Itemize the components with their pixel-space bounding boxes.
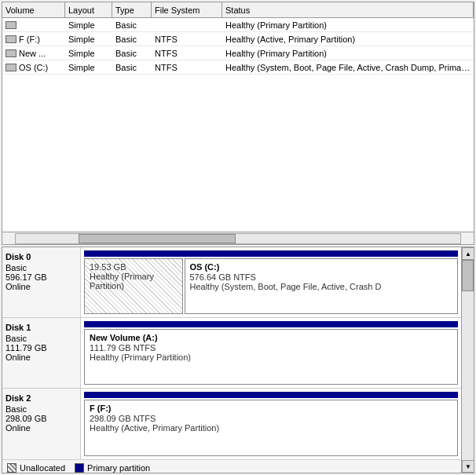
table-row[interactable]: New ... Simple Basic NTFS Healthy (Prima… [2,46,474,60]
disk-map: Disk 0 Basic 596.17 GB Online 19.53 GB H… [2,247,474,473]
cell-layout-0: Simple [65,20,112,31]
disk-size-1: 111.79 GB [5,343,77,353]
disk-content: Disk 0 Basic 596.17 GB Online 19.53 GB H… [2,247,461,473]
legend-icon-primary [75,463,84,473]
disk-bar-2 [84,392,458,398]
disk-list: Disk 0 Basic 596.17 GB Online 19.53 GB H… [2,247,461,459]
disk-status-0: Online [5,282,77,291]
cell-volume-0 [2,20,65,30]
cell-status-3: Healthy (System, Boot, Page File, Active… [222,62,474,73]
disk-name-2: Disk 2 [5,393,77,403]
cell-volume-3: OS (C:) [2,62,65,73]
disk-name-0: Disk 0 [5,252,77,261]
scrollbar-thumb[interactable] [79,234,236,243]
disk-row-1: Disk 1 Basic 111.79 GB Online New Volume… [2,318,461,389]
disk-info-1: Disk 1 Basic 111.79 GB Online [2,318,81,388]
disk-icon [5,21,16,29]
disk-partitions-2: F (F:) 298.09 GB NTFS Healthy (Active, P… [81,389,461,459]
table-row[interactable]: F (F:) Simple Basic NTFS Healthy (Active… [2,32,474,46]
partition-detail1: 298.09 GB NTFS [90,414,452,423]
partition-detail1: 111.79 GB NTFS [90,343,452,353]
disk-status-2: Online [5,423,77,433]
volume-table: Volume Layout Type File System Status Si… [2,2,474,245]
scroll-track[interactable] [462,260,474,460]
table-body: Simple Basic Healthy (Primary Partition)… [2,18,474,232]
disk-size-2: 298.09 GB [5,414,77,423]
cell-status-0: Healthy (Primary Partition) [222,20,474,31]
table-row[interactable]: OS (C:) Simple Basic NTFS Healthy (Syste… [2,60,474,75]
cell-fs-2: NTFS [152,48,222,59]
cell-type-3: Basic [112,62,152,73]
col-header-layout[interactable]: Layout [65,2,112,17]
disk-info-0: Disk 0 Basic 596.17 GB Online [2,247,81,317]
partition-new-volume[interactable]: New Volume (A:) 111.79 GB NTFS Healthy (… [84,329,458,385]
partition-detail1: 576.64 GB NTFS [190,272,453,282]
legend-label-primary: Primary partition [87,463,150,473]
partition-label: OS (C:) [190,262,453,272]
cell-fs-1: NTFS [152,34,222,45]
partitions-row-0: 19.53 GB Healthy (Primary Partition) OS … [84,258,458,314]
partitions-row-2: F (F:) 298.09 GB NTFS Healthy (Active, P… [84,400,458,456]
scrollbar-track[interactable] [15,233,461,244]
cell-type-1: Basic [112,34,152,45]
cell-layout-1: Simple [65,34,112,45]
col-header-volume[interactable]: Volume [2,2,65,17]
cell-volume-2: New ... [2,48,65,59]
disk-size-0: 596.17 GB [5,272,77,282]
disk-row-2: Disk 2 Basic 298.09 GB Online F (F:) 298… [2,389,461,459]
disk-icon [5,64,16,71]
scroll-down-button[interactable]: ▼ [462,460,474,473]
disk-type-1: Basic [5,334,77,343]
disk-info-2: Disk 2 Basic 298.09 GB Online [2,389,81,459]
partition-detail2: Healthy (Primary Partition) [90,353,452,362]
legend-label-unallocated: Unallocated [20,463,65,473]
table-row[interactable]: Simple Basic Healthy (Primary Partition) [2,18,474,32]
partition-label: F (F:) [90,404,452,413]
partition-size-label: 19.53 GB [90,262,178,272]
disk-name-1: Disk 1 [5,323,77,332]
disk-type-2: Basic [5,404,77,414]
disk-partitions-1: New Volume (A:) 111.79 GB NTFS Healthy (… [81,318,461,388]
cell-type-0: Basic [112,20,152,31]
scroll-up-button[interactable]: ▲ [462,247,474,260]
disk-icon [5,49,16,57]
vertical-scrollbar[interactable]: ▲ ▼ [461,247,474,473]
col-header-type[interactable]: Type [112,2,152,17]
legend-primary: Primary partition [75,463,150,473]
partition-detail2: Healthy (System, Boot, Page File, Active… [190,282,453,291]
table-header: Volume Layout Type File System Status [2,2,474,18]
partition-unallocated-0[interactable]: 19.53 GB Healthy (Primary Partition) [84,258,183,314]
partition-status-label: Healthy (Primary Partition) [90,272,178,290]
horizontal-scrollbar[interactable] [2,232,474,244]
cell-layout-3: Simple [65,62,112,73]
col-header-filesystem[interactable]: File System [152,2,222,17]
partition-label: New Volume (A:) [90,333,452,342]
partition-os-c[interactable]: OS (C:) 576.64 GB NTFS Healthy (System, … [185,258,459,314]
disk-icon [5,35,16,43]
partition-detail2: Healthy (Active, Primary Partition) [90,423,452,433]
legend-icon-unallocated [7,463,16,473]
cell-status-2: Healthy (Primary Partition) [222,48,474,59]
main-container: Volume Layout Type File System Status Si… [0,0,476,475]
legend-unallocated: Unallocated [7,463,65,473]
partitions-row-1: New Volume (A:) 111.79 GB NTFS Healthy (… [84,329,458,385]
scroll-thumb[interactable] [462,260,474,291]
legend: Unallocated Primary partition [2,459,461,473]
cell-layout-2: Simple [65,48,112,59]
col-header-status[interactable]: Status [222,2,474,17]
cell-volume-1: F (F:) [2,34,65,45]
cell-status-1: Healthy (Active, Primary Partition) [222,34,474,45]
disk-bar-0 [84,250,458,257]
cell-fs-3: NTFS [152,62,222,73]
disk-row-0: Disk 0 Basic 596.17 GB Online 19.53 GB H… [2,247,461,318]
partition-f-drive[interactable]: F (F:) 298.09 GB NTFS Healthy (Active, P… [84,400,458,456]
disk-bar-1 [84,321,458,327]
disk-partitions-0: 19.53 GB Healthy (Primary Partition) OS … [81,247,461,317]
cell-type-2: Basic [112,48,152,59]
cell-fs-0 [152,24,222,26]
disk-status-1: Online [5,353,77,362]
disk-type-0: Basic [5,263,77,272]
